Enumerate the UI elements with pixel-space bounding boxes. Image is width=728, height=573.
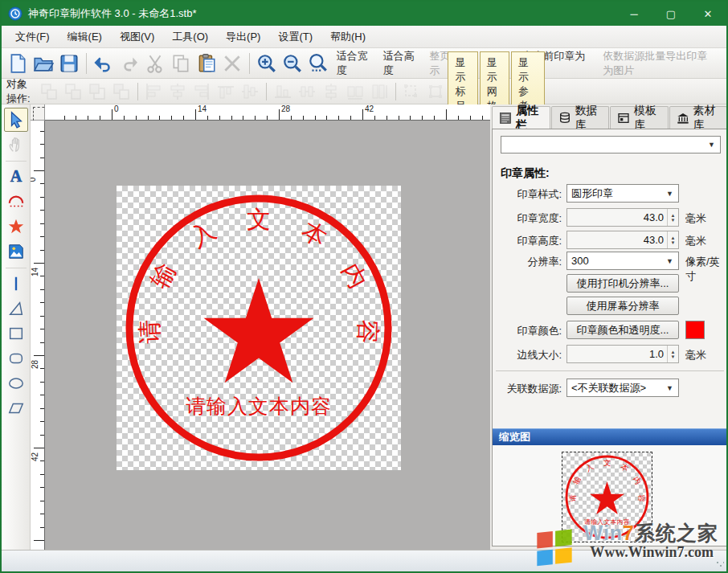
stamp-height-stepper[interactable]: 43.0 ▲▼ — [566, 231, 679, 249]
align-right-icon[interactable] — [190, 80, 214, 103]
resize-grip[interactable] — [716, 561, 724, 569]
stamp-style-select[interactable]: 圆形印章 ▼ — [566, 184, 679, 203]
align-bottom-icon[interactable] — [271, 80, 295, 103]
menu-help[interactable]: 帮助(H) — [321, 27, 374, 47]
panel-divider — [496, 370, 724, 371]
use-screen-resolution-button[interactable]: 使用屏幕分辨率 — [566, 297, 679, 315]
zoom-actual-icon[interactable] — [305, 51, 331, 76]
border-size-stepper[interactable]: 1.0 ▲▼ — [566, 345, 679, 363]
text-tool[interactable]: A — [4, 165, 28, 189]
ruler-tick — [219, 116, 220, 120]
ruler-tick — [40, 250, 44, 251]
star-tool[interactable] — [4, 215, 28, 239]
ruler-tick — [399, 116, 399, 120]
thumbnail-area — [493, 445, 727, 546]
zoom-out-icon[interactable] — [280, 51, 305, 76]
title-bar[interactable]: 神奇印章制作软件 3.0 - 未命名1.stb* ─ ▢ ✕ — [2, 2, 726, 26]
ruler-tick — [40, 329, 44, 329]
ruler-tick — [410, 116, 411, 120]
tab-properties[interactable]: 属性栏 — [492, 106, 550, 129]
copy-icon[interactable] — [168, 51, 194, 76]
ruler-tick — [303, 116, 304, 120]
ruler-tick — [315, 116, 316, 120]
stepper-arrows-icon[interactable]: ▲▼ — [667, 346, 678, 362]
datasource-select[interactable]: <不关联数据源> ▼ — [566, 379, 679, 397]
ruler-label: 0 — [31, 178, 37, 182]
properties-panel: 属性栏 数据库 模板库 素材库 ▼ 印章属性: — [490, 104, 728, 551]
ruler-tick — [40, 368, 44, 369]
stamp-arc-char: 文 — [247, 206, 271, 232]
group-icon[interactable] — [37, 80, 61, 103]
tab-materials[interactable]: 素材库 — [669, 106, 728, 129]
menu-file[interactable]: 文件(F) — [6, 27, 59, 47]
ruler-tick — [338, 116, 339, 120]
stamp-canvas[interactable]: 请输入文本内容 请输入文本内容 — [117, 186, 401, 470]
close-button[interactable]: ✕ — [689, 2, 726, 26]
send-back-icon[interactable] — [109, 80, 133, 103]
use-printer-resolution-button[interactable]: 使用打印机分辨率... — [566, 274, 679, 293]
align-left-icon[interactable] — [141, 80, 166, 103]
redo-icon[interactable] — [117, 51, 142, 76]
cut-icon[interactable] — [142, 51, 168, 76]
color-transparency-button[interactable]: 印章颜色和透明度... — [566, 321, 679, 339]
ruler-tick — [291, 116, 292, 120]
border-size-value: 1.0 — [567, 348, 667, 360]
ruler-tick — [386, 116, 387, 120]
same-width-icon[interactable] — [343, 80, 367, 103]
menu-export[interactable]: 导出(P) — [217, 27, 269, 47]
maximize-button[interactable]: ▢ — [652, 2, 689, 26]
stamp-width-stepper[interactable]: 43.0 ▲▼ — [566, 208, 679, 227]
template-icon — [617, 110, 630, 126]
menu-tools[interactable]: 工具(O) — [163, 27, 217, 47]
select-nodes-icon[interactable] — [399, 80, 423, 103]
undo-icon[interactable] — [91, 51, 117, 76]
rounded-rect-tool[interactable] — [4, 346, 28, 370]
object-selector-combo[interactable]: ▼ — [501, 136, 721, 153]
image-tool[interactable] — [4, 239, 28, 264]
svg-text:A: A — [10, 168, 22, 185]
menu-view[interactable]: 视图(V) — [111, 27, 163, 47]
ruler-tick — [40, 131, 44, 132]
align-center-icon[interactable] — [166, 80, 190, 103]
border-size-unit: 毫米 — [685, 348, 706, 362]
arc-text-tool[interactable] — [4, 190, 28, 214]
zoom-in-icon[interactable] — [254, 51, 280, 76]
align-middle-icon[interactable] — [238, 80, 262, 103]
distribute-v-icon[interactable] — [319, 80, 343, 103]
workspace[interactable]: 请输入文本内容 请输入文本内容 — [45, 121, 490, 551]
menu-settings[interactable]: 设置(T) — [269, 27, 321, 47]
open-file-icon[interactable] — [31, 51, 56, 76]
ruler-label: 14 — [31, 268, 39, 276]
resolution-select[interactable]: 300 ▼ — [566, 252, 679, 270]
tab-templates[interactable]: 模板库 — [610, 106, 669, 129]
save-icon[interactable] — [56, 51, 82, 76]
fit-width-button[interactable]: 适合宽度 — [331, 46, 378, 81]
pan-tool[interactable] — [4, 133, 28, 157]
ungroup-icon[interactable] — [61, 80, 85, 103]
line-tool[interactable] — [4, 272, 28, 296]
paste-icon[interactable] — [194, 51, 219, 76]
fit-height-button[interactable]: 适合高度 — [378, 46, 424, 81]
same-height-icon[interactable] — [367, 80, 391, 103]
align-top-icon[interactable] — [214, 80, 238, 103]
transform-icon[interactable] — [423, 80, 448, 103]
stepper-arrows-icon[interactable]: ▲▼ — [667, 231, 678, 248]
delete-icon[interactable] — [219, 51, 245, 76]
ruler-tick — [34, 263, 44, 264]
ellipse-tool[interactable] — [4, 371, 28, 395]
triangle-tool[interactable] — [4, 297, 28, 321]
thumbnail-preview[interactable] — [562, 452, 652, 542]
menu-edit[interactable]: 编辑(E) — [59, 27, 111, 47]
new-file-icon[interactable] — [5, 51, 31, 76]
rectangle-tool[interactable] — [4, 321, 28, 346]
tab-database[interactable]: 数据库 — [551, 106, 610, 129]
bring-front-icon[interactable] — [85, 80, 109, 103]
select-tool[interactable] — [4, 108, 28, 132]
distribute-h-icon[interactable] — [295, 80, 319, 103]
export-batch-button[interactable]: 依数据源批量导出印章为图片 — [597, 46, 723, 81]
minimize-button[interactable]: ─ — [616, 2, 652, 26]
parallelogram-tool[interactable] — [4, 396, 28, 420]
stepper-arrows-icon[interactable]: ▲▼ — [667, 209, 678, 226]
color-swatch[interactable] — [685, 321, 705, 339]
stamp-properties-heading: 印章属性: — [501, 166, 550, 181]
